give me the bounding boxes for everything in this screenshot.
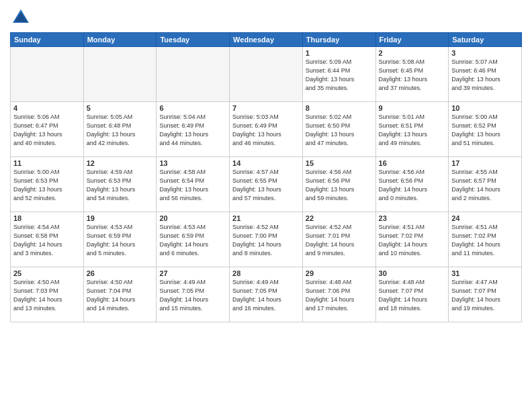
calendar-cell: 11Sunrise: 5:00 AM Sunset: 6:53 PM Dayli… xyxy=(11,157,84,212)
day-info: Sunrise: 5:05 AM Sunset: 6:48 PM Dayligh… xyxy=(87,113,154,148)
day-info: Sunrise: 4:58 AM Sunset: 6:54 PM Dayligh… xyxy=(159,168,226,203)
day-number: 11 xyxy=(13,159,81,167)
day-info: Sunrise: 4:50 AM Sunset: 7:04 PM Dayligh… xyxy=(87,278,154,313)
calendar-cell: 18Sunrise: 4:54 AM Sunset: 6:58 PM Dayli… xyxy=(11,212,84,267)
logo-icon xyxy=(10,7,32,28)
day-info: Sunrise: 5:08 AM Sunset: 6:45 PM Dayligh… xyxy=(379,58,446,93)
day-number: 2 xyxy=(379,49,446,57)
day-info: Sunrise: 5:02 AM Sunset: 6:50 PM Dayligh… xyxy=(306,113,373,148)
page: SundayMondayTuesdayWednesdayThursdayFrid… xyxy=(0,0,532,411)
day-info: Sunrise: 4:48 AM Sunset: 7:07 PM Dayligh… xyxy=(379,278,446,313)
calendar-cell: 17Sunrise: 4:55 AM Sunset: 6:57 PM Dayli… xyxy=(449,157,522,212)
header xyxy=(10,7,522,28)
calendar-cell: 10Sunrise: 5:00 AM Sunset: 6:52 PM Dayli… xyxy=(449,102,522,157)
calendar-cell xyxy=(83,47,157,102)
day-number: 13 xyxy=(159,159,226,167)
day-info: Sunrise: 4:54 AM Sunset: 6:58 PM Dayligh… xyxy=(13,223,81,258)
day-info: Sunrise: 4:55 AM Sunset: 6:57 PM Dayligh… xyxy=(451,168,519,203)
calendar-table: SundayMondayTuesdayWednesdayThursdayFrid… xyxy=(10,32,522,322)
weekday-header-thursday: Thursday xyxy=(302,33,375,47)
day-info: Sunrise: 4:52 AM Sunset: 7:01 PM Dayligh… xyxy=(306,223,373,258)
weekday-header-row: SundayMondayTuesdayWednesdayThursdayFrid… xyxy=(11,33,522,47)
day-number: 3 xyxy=(451,49,519,57)
day-number: 12 xyxy=(87,159,154,167)
calendar-cell: 26Sunrise: 4:50 AM Sunset: 7:04 PM Dayli… xyxy=(83,267,157,322)
calendar-cell: 21Sunrise: 4:52 AM Sunset: 7:00 PM Dayli… xyxy=(230,212,303,267)
day-info: Sunrise: 5:00 AM Sunset: 6:53 PM Dayligh… xyxy=(13,168,81,203)
day-info: Sunrise: 5:07 AM Sunset: 6:46 PM Dayligh… xyxy=(451,58,519,93)
week-row-0: 1Sunrise: 5:09 AM Sunset: 6:44 PM Daylig… xyxy=(11,47,522,102)
day-number: 17 xyxy=(451,159,519,167)
calendar-cell xyxy=(157,47,230,102)
day-info: Sunrise: 4:56 AM Sunset: 6:56 PM Dayligh… xyxy=(379,168,446,203)
calendar-cell: 7Sunrise: 5:03 AM Sunset: 6:49 PM Daylig… xyxy=(230,102,303,157)
day-info: Sunrise: 4:53 AM Sunset: 6:59 PM Dayligh… xyxy=(159,223,226,258)
day-number: 5 xyxy=(87,104,154,112)
day-number: 8 xyxy=(306,104,373,112)
calendar-cell: 2Sunrise: 5:08 AM Sunset: 6:45 PM Daylig… xyxy=(375,47,449,102)
day-info: Sunrise: 4:49 AM Sunset: 7:05 PM Dayligh… xyxy=(159,278,226,313)
day-number: 24 xyxy=(451,214,519,222)
calendar-cell xyxy=(230,47,303,102)
day-number: 4 xyxy=(13,104,81,112)
calendar-cell: 12Sunrise: 4:59 AM Sunset: 6:53 PM Dayli… xyxy=(83,157,157,212)
day-number: 25 xyxy=(13,269,81,277)
weekday-header-wednesday: Wednesday xyxy=(230,33,303,47)
week-row-3: 18Sunrise: 4:54 AM Sunset: 6:58 PM Dayli… xyxy=(11,212,522,267)
day-number: 28 xyxy=(232,269,300,277)
calendar-cell: 22Sunrise: 4:52 AM Sunset: 7:01 PM Dayli… xyxy=(302,212,375,267)
day-number: 9 xyxy=(379,104,446,112)
day-info: Sunrise: 4:49 AM Sunset: 7:05 PM Dayligh… xyxy=(232,278,300,313)
calendar-cell: 5Sunrise: 5:05 AM Sunset: 6:48 PM Daylig… xyxy=(83,102,157,157)
day-number: 10 xyxy=(451,104,519,112)
calendar-cell: 3Sunrise: 5:07 AM Sunset: 6:46 PM Daylig… xyxy=(449,47,522,102)
calendar-cell: 8Sunrise: 5:02 AM Sunset: 6:50 PM Daylig… xyxy=(302,102,375,157)
calendar-cell: 30Sunrise: 4:48 AM Sunset: 7:07 PM Dayli… xyxy=(375,267,449,322)
day-number: 31 xyxy=(451,269,519,277)
day-info: Sunrise: 4:59 AM Sunset: 6:53 PM Dayligh… xyxy=(87,168,154,203)
calendar-cell: 25Sunrise: 4:50 AM Sunset: 7:03 PM Dayli… xyxy=(11,267,84,322)
day-info: Sunrise: 4:57 AM Sunset: 6:55 PM Dayligh… xyxy=(232,168,300,203)
logo xyxy=(10,7,34,28)
calendar-cell: 28Sunrise: 4:49 AM Sunset: 7:05 PM Dayli… xyxy=(230,267,303,322)
calendar-cell: 31Sunrise: 4:47 AM Sunset: 7:07 PM Dayli… xyxy=(449,267,522,322)
day-number: 21 xyxy=(232,214,300,222)
calendar-cell: 15Sunrise: 4:56 AM Sunset: 6:56 PM Dayli… xyxy=(302,157,375,212)
calendar-cell: 29Sunrise: 4:48 AM Sunset: 7:06 PM Dayli… xyxy=(302,267,375,322)
week-row-4: 25Sunrise: 4:50 AM Sunset: 7:03 PM Dayli… xyxy=(11,267,522,322)
day-number: 16 xyxy=(379,159,446,167)
day-info: Sunrise: 4:51 AM Sunset: 7:02 PM Dayligh… xyxy=(379,223,446,258)
calendar-cell: 16Sunrise: 4:56 AM Sunset: 6:56 PM Dayli… xyxy=(375,157,449,212)
day-info: Sunrise: 4:56 AM Sunset: 6:56 PM Dayligh… xyxy=(306,168,373,203)
day-info: Sunrise: 4:51 AM Sunset: 7:02 PM Dayligh… xyxy=(451,223,519,258)
day-number: 20 xyxy=(159,214,226,222)
calendar-cell: 1Sunrise: 5:09 AM Sunset: 6:44 PM Daylig… xyxy=(302,47,375,102)
day-number: 29 xyxy=(306,269,373,277)
day-number: 15 xyxy=(306,159,373,167)
day-info: Sunrise: 5:01 AM Sunset: 6:51 PM Dayligh… xyxy=(379,113,446,148)
day-number: 7 xyxy=(232,104,300,112)
weekday-header-monday: Monday xyxy=(83,33,157,47)
day-number: 30 xyxy=(379,269,446,277)
week-row-2: 11Sunrise: 5:00 AM Sunset: 6:53 PM Dayli… xyxy=(11,157,522,212)
day-info: Sunrise: 4:48 AM Sunset: 7:06 PM Dayligh… xyxy=(306,278,373,313)
calendar-cell: 24Sunrise: 4:51 AM Sunset: 7:02 PM Dayli… xyxy=(449,212,522,267)
day-number: 27 xyxy=(159,269,226,277)
calendar-cell: 9Sunrise: 5:01 AM Sunset: 6:51 PM Daylig… xyxy=(375,102,449,157)
day-number: 14 xyxy=(232,159,300,167)
calendar-cell: 23Sunrise: 4:51 AM Sunset: 7:02 PM Dayli… xyxy=(375,212,449,267)
day-number: 23 xyxy=(379,214,446,222)
calendar-cell: 27Sunrise: 4:49 AM Sunset: 7:05 PM Dayli… xyxy=(157,267,230,322)
day-info: Sunrise: 5:03 AM Sunset: 6:49 PM Dayligh… xyxy=(232,113,300,148)
week-row-1: 4Sunrise: 5:06 AM Sunset: 6:47 PM Daylig… xyxy=(11,102,522,157)
weekday-header-sunday: Sunday xyxy=(11,33,84,47)
day-number: 26 xyxy=(87,269,154,277)
day-number: 19 xyxy=(87,214,154,222)
day-info: Sunrise: 4:52 AM Sunset: 7:00 PM Dayligh… xyxy=(232,223,300,258)
calendar-cell: 19Sunrise: 4:53 AM Sunset: 6:59 PM Dayli… xyxy=(83,212,157,267)
day-number: 22 xyxy=(306,214,373,222)
day-number: 6 xyxy=(159,104,226,112)
calendar-cell: 14Sunrise: 4:57 AM Sunset: 6:55 PM Dayli… xyxy=(230,157,303,212)
calendar-cell: 20Sunrise: 4:53 AM Sunset: 6:59 PM Dayli… xyxy=(157,212,230,267)
calendar-cell: 13Sunrise: 4:58 AM Sunset: 6:54 PM Dayli… xyxy=(157,157,230,212)
